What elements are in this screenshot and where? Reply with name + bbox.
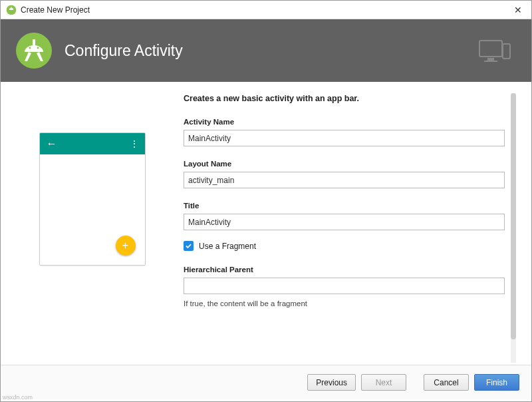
watermark: wsxdn.com: [3, 394, 33, 401]
preview-column: ← ⋮ +: [1, 94, 184, 365]
page-title: Configure Activity: [65, 42, 478, 60]
svg-rect-5: [33, 39, 35, 46]
wizard-header: Configure Activity: [1, 19, 531, 82]
title-label: Title: [184, 202, 505, 210]
wizard-content: ← ⋮ + Creates a new basic activity with …: [1, 82, 531, 365]
preview-appbar: ← ⋮: [40, 133, 145, 154]
checkmark-icon: [185, 242, 192, 250]
close-button[interactable]: ✕: [510, 5, 526, 15]
scrollbar-thumb[interactable]: [511, 93, 516, 339]
layout-name-label: Layout Name: [184, 160, 505, 168]
cancel-button[interactable]: Cancel: [424, 374, 469, 391]
svg-rect-10: [484, 61, 497, 62]
use-fragment-label: Use a Fragment: [199, 242, 256, 251]
wizard-footer: Previous Next Cancel Finish: [1, 365, 531, 399]
svg-point-2: [10, 9, 11, 9]
svg-point-7: [37, 47, 39, 49]
back-arrow-icon: ←: [47, 138, 57, 150]
title-input[interactable]: [184, 214, 505, 230]
hierarchical-parent-input[interactable]: [184, 278, 505, 294]
activity-name-input[interactable]: [184, 130, 505, 146]
finish-button[interactable]: Finish: [474, 374, 519, 391]
android-studio-logo-icon: [15, 32, 53, 69]
titlebar: Create New Project ✕: [1, 1, 531, 19]
scrollbar[interactable]: [511, 93, 516, 363]
layout-name-input[interactable]: [184, 172, 505, 188]
svg-rect-11: [503, 44, 510, 59]
svg-rect-8: [479, 41, 502, 57]
use-fragment-row[interactable]: Use a Fragment: [184, 241, 505, 251]
use-fragment-checkbox[interactable]: [184, 241, 194, 251]
svg-rect-1: [11, 7, 12, 9]
form-description: Creates a new basic activity with an app…: [184, 94, 505, 103]
window-title: Create New Project: [21, 5, 510, 15]
fab-icon: +: [116, 236, 136, 256]
helper-text: If true, the content will be a fragment: [184, 300, 505, 307]
svg-point-3: [12, 9, 13, 9]
app-icon: [6, 5, 17, 15]
svg-point-6: [29, 47, 31, 49]
previous-button[interactable]: Previous: [307, 374, 356, 391]
activity-name-label: Activity Name: [184, 118, 505, 126]
hierarchical-parent-label: Hierarchical Parent: [184, 266, 505, 274]
overflow-menu-icon: ⋮: [130, 138, 138, 149]
device-icon: [478, 39, 511, 63]
next-button: Next: [361, 374, 406, 391]
activity-preview: ← ⋮ +: [39, 132, 146, 266]
form-column: Creates a new basic activity with an app…: [184, 94, 531, 365]
svg-rect-9: [487, 58, 494, 61]
